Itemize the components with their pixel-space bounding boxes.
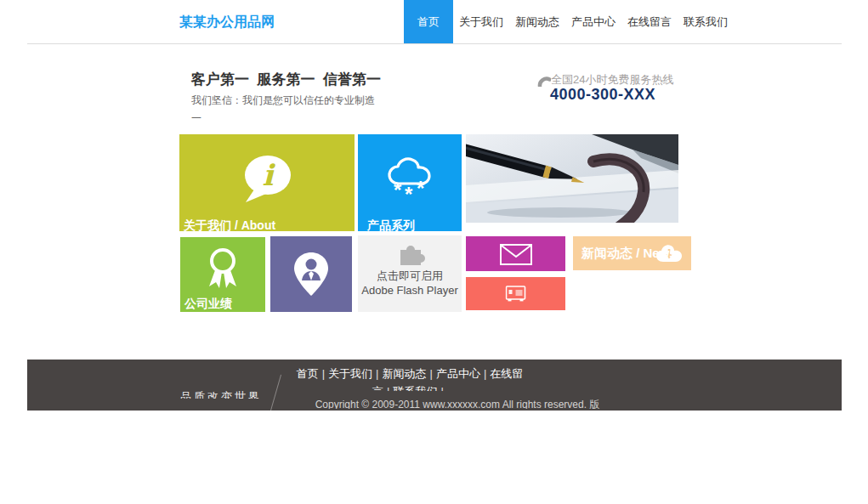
tile-contact-card[interactable] [466, 277, 565, 310]
tile-news-label: 新闻动态 / News [582, 236, 677, 270]
footer-link-contact[interactable]: 联系我们 [394, 385, 438, 391]
main-nav: 首页 关于我们 新闻动态 产品中心 在线留言 联系我们 [404, 0, 734, 44]
hotline-number: 4000-300-XXX [550, 86, 655, 104]
page: 某某办公用品网 首页 关于我们 新闻动态 产品中心 在线留言 联系我们 客户第一… [0, 0, 868, 504]
svg-text:*: * [405, 183, 413, 204]
tile-location[interactable] [270, 236, 352, 312]
footer-slogan: 品质改变世界 [180, 389, 262, 399]
nav-item-products[interactable]: 产品中心 [565, 0, 621, 44]
phone-receiver-icon [536, 73, 551, 90]
flash-placeholder-text: 点击即可启用 Adobe Flash Player [358, 269, 462, 297]
tile-flash-placeholder[interactable]: 点击即可启用 Adobe Flash Player [358, 235, 462, 312]
footer-separator: | [383, 385, 393, 391]
info-speech-bubble-icon: i [240, 153, 294, 207]
footer-link-home[interactable]: 首页 [297, 367, 319, 380]
tile-news[interactable]: 新闻动态 / News [573, 236, 691, 270]
footer-links: 首页|关于我们|新闻动态|产品中心|在线留言|联系我们| [291, 365, 529, 391]
header-divider [27, 43, 842, 44]
envelope-icon [499, 243, 533, 269]
footer-separator: | [319, 367, 328, 380]
svg-text:*: * [417, 177, 425, 200]
award-ribbon-icon [202, 246, 243, 294]
footer-copyright: Copyright © 2009-2011 www.xxxxxx.com All… [50, 399, 842, 409]
nav-item-news[interactable]: 新闻动态 [509, 0, 565, 44]
footer-copyright-wrap: Copyright © 2009-2011 www.xxxxxx.com All… [50, 399, 842, 409]
header: 某某办公用品网 首页 关于我们 新闻动态 产品中心 在线留言 联系我们 [0, 0, 868, 44]
svg-text:*: * [394, 178, 402, 201]
snow-cloud-icon: * * * [385, 155, 434, 207]
nav-item-contact[interactable]: 联系我们 [678, 0, 734, 44]
nav-item-about[interactable]: 关于我们 [453, 0, 509, 44]
puzzle-piece-icon [394, 238, 426, 270]
footer-separator: | [438, 385, 447, 391]
site-logo[interactable]: 某某办公用品网 [179, 0, 275, 44]
footer-separator: | [480, 367, 490, 380]
footer-link-news[interactable]: 新闻动态 [383, 367, 427, 380]
nav-item-message[interactable]: 在线留言 [621, 0, 678, 44]
tile-about-us[interactable]: i 关于我们 / About us [179, 134, 355, 231]
nav-item-home[interactable]: 首页 [404, 0, 453, 44]
map-pin-person-icon [292, 252, 331, 301]
tile-product-series[interactable]: * * * 产品系列 / Product series [358, 134, 462, 231]
footer: 首页|关于我们|新闻动态|产品中心|在线留言|联系我们| 品质改变世界 Copy… [27, 360, 842, 411]
footer-separator: | [427, 367, 436, 380]
tile-message[interactable] [466, 236, 565, 271]
hero-heading: 客户第一 服务第一 信誉第一 [191, 70, 381, 89]
footer-link-products[interactable]: 产品中心 [436, 367, 480, 380]
footer-link-about[interactable]: 关于我们 [328, 367, 372, 380]
footer-slogan-wrap: 品质改变世界 [180, 389, 262, 399]
tile-company-achievements[interactable]: 公司业绩 [180, 237, 265, 312]
id-card-icon [505, 286, 526, 306]
photo-pen-on-paper [466, 134, 678, 223]
hero-subheading: 我们坚信：我们是您可以信任的专业制造一 [191, 92, 380, 127]
tile-achievements-label: 公司业绩 [184, 295, 232, 313]
footer-separator: | [372, 367, 382, 380]
